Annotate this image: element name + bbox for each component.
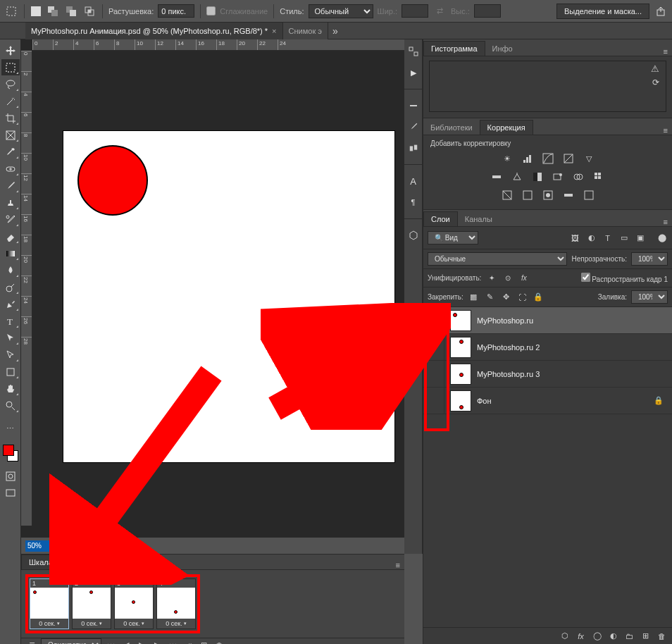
frame-delay[interactable]: 0 сек.▾ <box>157 619 195 628</box>
history-panel-icon[interactable] <box>406 44 421 59</box>
brightness-icon[interactable]: ☀ <box>500 151 514 166</box>
lock-all-icon[interactable]: 🔒 <box>533 291 545 303</box>
hue-icon[interactable] <box>490 170 504 184</box>
next-frame-icon[interactable]: ▶ <box>151 639 163 645</box>
selection-subtract-icon[interactable] <box>64 4 78 18</box>
invert-icon[interactable] <box>500 188 514 202</box>
layer-filter-select[interactable]: 🔍 Вид <box>428 231 478 244</box>
layer-thumbnail[interactable] <box>450 337 471 358</box>
horizontal-ruler[interactable]: 024681012141618202224 <box>32 39 404 51</box>
delete-layer-icon[interactable]: 🗑 <box>656 630 668 642</box>
layer-row[interactable]: Фон🔒 <box>423 388 672 414</box>
dodge-tool[interactable] <box>1 279 20 295</box>
visibility-toggle[interactable] <box>423 334 444 360</box>
timeline-frame[interactable]: 40 сек.▾ <box>156 578 196 629</box>
frame-tool[interactable] <box>1 127 20 143</box>
pen-tool[interactable] <box>1 296 20 312</box>
marquee-tool[interactable] <box>1 59 20 75</box>
vertical-ruler[interactable]: 0246810121416182022242628 <box>21 51 32 526</box>
eraser-tool[interactable] <box>1 228 20 244</box>
visibility-toggle[interactable] <box>423 307 444 333</box>
layer-row[interactable]: MyPhotoshop.ru 3 <box>423 361 672 388</box>
actions-panel-icon[interactable]: ▶ <box>406 65 421 80</box>
duplicate-frame-icon[interactable]: ⊞ <box>197 639 210 645</box>
new-adjustment-icon[interactable]: ◐ <box>607 630 619 642</box>
tab-histogram[interactable]: Гистограмма <box>423 41 485 56</box>
loop-select[interactable]: Однократно <box>41 638 101 644</box>
layer-thumbnail[interactable] <box>450 390 471 411</box>
lookup-icon[interactable] <box>592 170 606 184</box>
unify-style-icon[interactable]: fx <box>518 272 530 284</box>
lasso-tool[interactable] <box>1 76 20 92</box>
tab-layers[interactable]: Слои <box>423 211 458 226</box>
panel-menu-icon[interactable]: ≡ <box>659 126 672 135</box>
close-tab-icon[interactable]: × <box>272 27 276 35</box>
brushsettings-panel-icon[interactable] <box>406 119 421 135</box>
lock-paint-icon[interactable]: ✎ <box>484 291 496 303</box>
layer-mask-icon[interactable]: ◯ <box>591 630 603 642</box>
refresh-icon[interactable]: ⟳ <box>652 78 659 87</box>
quick-mask-icon[interactable] <box>1 468 20 484</box>
last-frame-icon[interactable]: ⏭ <box>166 639 179 645</box>
selection-new-icon[interactable] <box>30 6 42 17</box>
tab-info[interactable]: Инфо <box>485 42 520 56</box>
visibility-toggle[interactable] <box>423 388 444 414</box>
selection-intersect-icon[interactable] <box>82 4 97 18</box>
status-arrow-icon[interactable]: › <box>127 542 130 550</box>
posterize-icon[interactable] <box>521 188 535 202</box>
frame-delay[interactable]: 0 сек.▾ <box>30 619 68 628</box>
clone-stamp-tool[interactable] <box>1 194 20 211</box>
para-panel-icon[interactable]: ¶ <box>406 194 421 210</box>
play-icon[interactable]: ▶ <box>135 639 148 645</box>
crop-tool[interactable] <box>1 110 20 126</box>
gradient-tool[interactable] <box>1 245 20 261</box>
panel-menu-icon[interactable]: ≡ <box>392 561 404 569</box>
visibility-toggle[interactable] <box>423 361 444 387</box>
layer-fx-icon[interactable]: fx <box>575 630 587 642</box>
channel-mixer-icon[interactable] <box>571 170 585 184</box>
frame-delay[interactable]: 0 сек.▾ <box>115 619 153 628</box>
tabs-overflow-icon[interactable]: » <box>328 25 342 37</box>
timeline-frame[interactable]: 30 сек.▾ <box>114 578 154 629</box>
brush-panel-icon[interactable] <box>406 98 421 113</box>
opacity-select[interactable]: 100% <box>631 252 668 266</box>
hand-tool[interactable] <box>1 380 20 397</box>
timeline-frame[interactable]: 10 сек.▾ <box>30 578 69 629</box>
blur-tool[interactable] <box>1 262 20 278</box>
clone-panel-icon[interactable] <box>406 140 421 156</box>
vibrance-icon[interactable]: ▽ <box>582 151 596 166</box>
filter-adjust-icon[interactable]: ◐ <box>585 232 597 244</box>
new-group-icon[interactable]: 🗀 <box>623 630 635 642</box>
threshold-icon[interactable] <box>541 188 555 202</box>
lock-artboard-icon[interactable]: ⛶ <box>516 291 528 303</box>
panel-menu-icon[interactable]: ≡ <box>659 218 672 226</box>
tab-channels[interactable]: Каналы <box>458 212 499 226</box>
magic-wand-tool[interactable] <box>1 93 20 109</box>
unify-visibility-icon[interactable]: ⊙ <box>502 272 514 284</box>
document-tab-active[interactable]: MyPhotoshop.ru Анимация.psd @ 50% (MyPho… <box>25 23 283 39</box>
curves-icon[interactable] <box>541 151 555 166</box>
eyedropper-tool[interactable] <box>1 144 20 160</box>
blend-mode-select[interactable]: Обычные <box>428 252 567 266</box>
layer-thumbnail[interactable] <box>450 364 471 385</box>
propagate-checkbox[interactable]: Распространить кадр 1 <box>581 273 668 283</box>
levels-icon[interactable] <box>521 151 535 166</box>
photo-filter-icon[interactable] <box>551 170 565 184</box>
lock-transparency-icon[interactable]: ▩ <box>468 291 480 303</box>
char-panel-icon[interactable]: A <box>406 173 421 189</box>
filter-shape-icon[interactable]: ▭ <box>618 232 630 244</box>
frame-delay[interactable]: 0 сек.▾ <box>73 619 111 628</box>
shape-tool[interactable] <box>1 364 20 380</box>
layer-thumbnail[interactable] <box>450 310 471 331</box>
filter-toggle-icon[interactable]: ⬤ <box>656 232 668 244</box>
tween-icon[interactable]: ⇥ <box>182 639 194 645</box>
lock-position-icon[interactable]: ✥ <box>500 291 512 303</box>
panel-menu-icon[interactable]: ≡ <box>659 47 672 56</box>
type-tool[interactable]: T <box>1 313 20 329</box>
first-frame-icon[interactable]: ⏮ <box>104 639 117 645</box>
layer-row[interactable]: MyPhotoshop.ru 2 <box>423 334 672 361</box>
warning-icon[interactable]: ⚠ <box>651 63 659 74</box>
style-select[interactable]: Обычный <box>309 4 373 18</box>
color-swatches[interactable] <box>3 445 18 467</box>
screen-mode-icon[interactable] <box>1 485 20 501</box>
